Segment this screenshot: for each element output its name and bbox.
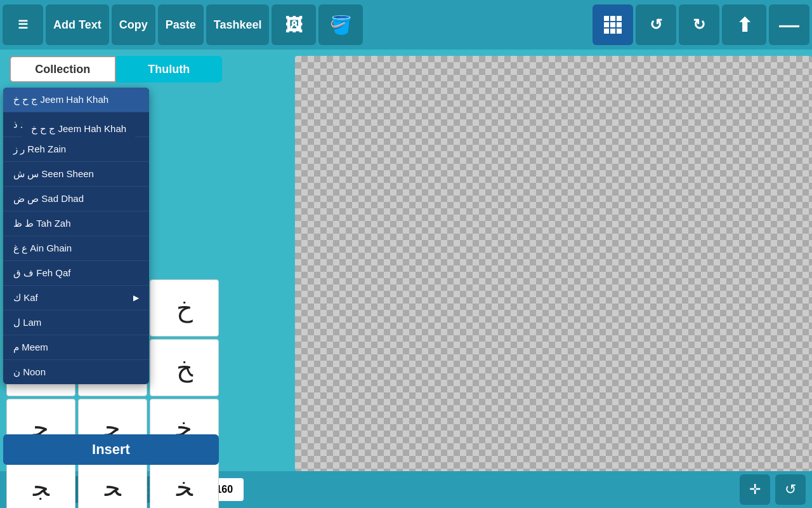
top-toolbar: ☰ Add Text Copy Paste Tashkeel 🖼 🪣 ↺ ↻ ⬆… xyxy=(0,0,812,50)
dropdown-item-lam[interactable]: ل Lam xyxy=(3,311,149,335)
dropdown-item-tah-zah[interactable]: ط ظ Tah Zah xyxy=(3,211,149,236)
dropdown-item-feh-qaf[interactable]: ف ق Feh Qaf xyxy=(3,261,149,286)
add-text-button[interactable]: Add Text xyxy=(46,4,109,45)
svg-rect-8 xyxy=(617,29,622,34)
insert-button[interactable]: Insert xyxy=(3,434,219,465)
svg-rect-7 xyxy=(610,29,615,34)
dropdown-item-seen-sheen[interactable]: س ش Seen Sheen xyxy=(3,162,149,187)
copy-button[interactable]: Copy xyxy=(112,4,155,45)
kaf-arrow-icon: ▶ xyxy=(133,293,139,302)
svg-rect-2 xyxy=(617,16,622,21)
dropdown-item-ain-ghain[interactable]: ع غ Ain Ghain xyxy=(3,236,149,261)
canvas[interactable] xyxy=(295,56,812,471)
minus-button[interactable]: — xyxy=(769,4,809,45)
main-area: Collection Thuluth ج ح خ Jeem Hah Khah ج… xyxy=(0,50,812,471)
grid-button[interactable] xyxy=(593,4,633,45)
thuluth-tab[interactable]: Thuluth xyxy=(116,56,223,83)
char-cell-11[interactable]: ﺨ xyxy=(150,458,219,508)
dropdown-item-jeem-hah-khah[interactable]: ج ح خ Jeem Hah Khah xyxy=(3,88,149,112)
undo-button[interactable]: ↺ xyxy=(636,4,676,45)
char-cell-5[interactable]: ﺦ xyxy=(150,339,219,396)
tooltip: ج ح خ Jeem Hah Khah xyxy=(22,118,135,140)
tashkeel-button[interactable]: Tashkeel xyxy=(206,4,270,45)
svg-rect-4 xyxy=(610,22,615,27)
paste-button[interactable]: Paste xyxy=(158,4,204,45)
font-selector-row: Collection Thuluth xyxy=(10,56,222,83)
svg-rect-3 xyxy=(604,22,609,27)
dropdown-item-noon[interactable]: ن Noon xyxy=(3,360,149,384)
refresh-button[interactable]: ↺ xyxy=(775,474,806,505)
image-button[interactable]: 🖼 xyxy=(272,4,316,45)
dropdown-item-sad-dhad[interactable]: ص ض Sad Dhad xyxy=(3,187,149,211)
char-cell-9[interactable]: ﺠ xyxy=(6,458,75,508)
svg-rect-6 xyxy=(604,29,609,34)
menu-button[interactable]: ☰ xyxy=(3,4,43,45)
move-button[interactable]: ✛ xyxy=(740,474,770,505)
export-button[interactable]: ⬆ xyxy=(722,4,766,45)
redo-button[interactable]: ↻ xyxy=(679,4,719,45)
collection-tab[interactable]: Collection xyxy=(10,56,116,83)
paint-button[interactable]: 🪣 xyxy=(318,4,363,45)
svg-rect-0 xyxy=(604,16,609,21)
left-panel: Collection Thuluth ج ح خ Jeem Hah Khah ج… xyxy=(0,50,225,471)
svg-rect-5 xyxy=(617,22,622,27)
dropdown-item-kaf[interactable]: ك Kaf ▶ xyxy=(3,286,149,311)
grid-icon xyxy=(603,15,622,34)
char-cell-2[interactable]: ﺥ xyxy=(150,279,219,337)
char-cell-10[interactable]: ﺤ xyxy=(78,458,147,508)
canvas-area[interactable] xyxy=(225,50,812,471)
svg-rect-1 xyxy=(610,16,615,21)
dropdown-item-meem[interactable]: م Meem xyxy=(3,335,149,360)
